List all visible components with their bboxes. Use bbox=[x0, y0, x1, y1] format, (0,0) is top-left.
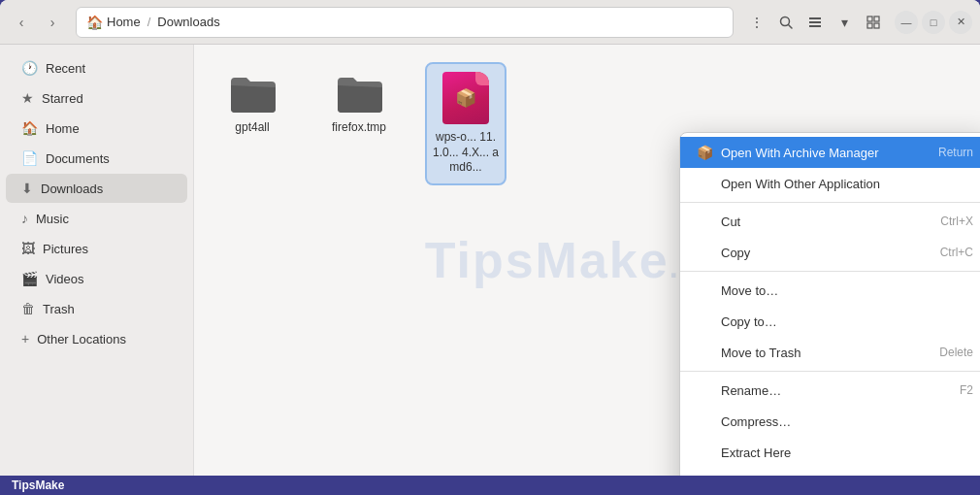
ctx-label-cut: Cut bbox=[721, 214, 740, 229]
titlebar-right: ⋮ ▾ bbox=[743, 9, 972, 36]
ctx-extract[interactable]: Extract Here bbox=[680, 437, 980, 468]
ctx-send-to[interactable]: Send to… bbox=[680, 468, 980, 476]
move-to-icon bbox=[696, 281, 713, 299]
ctx-shortcut-copy: Ctrl+C bbox=[940, 246, 973, 259]
cut-icon bbox=[696, 213, 713, 230]
sidebar-item-downloads[interactable]: ⬇ Downloads bbox=[6, 174, 187, 203]
other-locations-icon: + bbox=[21, 331, 29, 346]
search-icon bbox=[779, 16, 793, 29]
address-bar[interactable]: 🏠 Home / Downloads bbox=[76, 7, 734, 38]
ctx-shortcut-cut: Ctrl+X bbox=[940, 214, 973, 228]
sidebar-item-videos[interactable]: 🎬 Videos bbox=[6, 264, 187, 293]
sidebar-label-other-locations: Other Locations bbox=[37, 332, 126, 346]
ctx-label-copy-to: Copy to… bbox=[721, 314, 777, 329]
sidebar-label-videos: Videos bbox=[46, 272, 84, 286]
sidebar-label-starred: Starred bbox=[42, 91, 83, 106]
sidebar-item-home[interactable]: 🏠 Home bbox=[6, 114, 187, 143]
menu-button[interactable]: ⋮ bbox=[743, 9, 770, 36]
svg-rect-8 bbox=[874, 23, 879, 28]
documents-icon: 📄 bbox=[21, 150, 38, 166]
view-icon bbox=[808, 16, 822, 29]
search-button[interactable] bbox=[772, 9, 800, 36]
ctx-rename[interactable]: Rename… F2 bbox=[680, 375, 980, 406]
ctx-move-to[interactable]: Move to… bbox=[680, 275, 980, 306]
bottom-bar-label: TipsMake bbox=[12, 478, 64, 492]
sidebar-item-pictures[interactable]: 🖼 Pictures bbox=[6, 234, 187, 263]
ctx-open-archive[interactable]: 📦 Open With Archive Manager Return bbox=[680, 137, 980, 168]
starred-icon: ★ bbox=[21, 90, 34, 106]
recent-icon: 🕐 bbox=[21, 60, 38, 76]
compress-icon bbox=[696, 412, 713, 430]
sidebar-item-other-locations[interactable]: + Other Locations bbox=[6, 324, 187, 353]
send-to-icon bbox=[696, 475, 713, 476]
svg-rect-7 bbox=[867, 23, 872, 28]
ctx-open-other[interactable]: Open With Other Application bbox=[680, 168, 980, 199]
sidebar-item-recent[interactable]: 🕐 Recent bbox=[6, 53, 187, 82]
context-menu: 📦 Open With Archive Manager Return Open … bbox=[679, 132, 980, 476]
file-item-wps[interactable]: 📦 wps-o... 11.1.0... 4.X... amd6... bbox=[427, 64, 505, 183]
wps-deb-icon: 📦 bbox=[442, 72, 489, 124]
ctx-copy-to[interactable]: Copy to… bbox=[680, 306, 980, 337]
sidebar-item-documents[interactable]: 📄 Documents bbox=[6, 144, 187, 173]
file-label-firefox: firefox.tmp bbox=[332, 120, 386, 136]
sidebar-label-downloads: Downloads bbox=[41, 182, 103, 196]
bottom-bar: TipsMake bbox=[0, 476, 980, 495]
ctx-label-open-other: Open With Other Application bbox=[721, 177, 880, 191]
sidebar-item-starred[interactable]: ★ Starred bbox=[6, 83, 187, 113]
ctx-label-copy: Copy bbox=[721, 246, 750, 260]
sidebar-label-trash: Trash bbox=[43, 302, 75, 316]
home-nav-icon: 🏠 bbox=[21, 120, 38, 136]
ctx-label-move-trash: Move to Trash bbox=[721, 346, 800, 360]
file-label-wps: wps-o... 11.1.0... 4.X... amd6... bbox=[431, 130, 501, 176]
minimize-button[interactable]: — bbox=[895, 11, 918, 34]
downloads-icon: ⬇ bbox=[21, 181, 33, 196]
address-separator: / bbox=[147, 15, 151, 29]
watermark-text: TipsMake bbox=[425, 232, 670, 288]
extract-icon bbox=[696, 444, 713, 461]
rename-icon bbox=[696, 381, 713, 399]
titlebar: ‹ › 🏠 Home / Downloads ⋮ bbox=[0, 0, 980, 45]
ctx-label-rename: Rename… bbox=[721, 383, 781, 398]
close-button[interactable]: ✕ bbox=[949, 11, 972, 34]
sidebar-label-documents: Documents bbox=[46, 151, 110, 166]
ctx-label-move-to: Move to… bbox=[721, 283, 778, 298]
ctx-move-trash[interactable]: Move to Trash Delete bbox=[680, 337, 980, 368]
svg-rect-5 bbox=[867, 16, 872, 21]
sidebar-label-pictures: Pictures bbox=[43, 242, 88, 256]
forward-button[interactable]: › bbox=[39, 9, 66, 36]
ctx-copy[interactable]: Copy Ctrl+C bbox=[680, 237, 980, 268]
archive-icon: 📦 bbox=[696, 144, 713, 161]
trash-icon: 🗑 bbox=[21, 301, 35, 316]
file-item-firefox[interactable]: firefox.tmp bbox=[320, 64, 398, 144]
view-toggle-button[interactable]: ▾ bbox=[831, 9, 858, 36]
ctx-shortcut-rename: F2 bbox=[960, 383, 973, 397]
grid-icon bbox=[866, 16, 880, 29]
sidebar-label-home: Home bbox=[46, 121, 80, 136]
svg-rect-2 bbox=[809, 17, 821, 19]
svg-rect-3 bbox=[809, 21, 821, 23]
open-other-icon bbox=[696, 175, 713, 192]
ctx-separator-2 bbox=[680, 271, 980, 272]
ctx-shortcut-open-archive: Return bbox=[938, 146, 973, 159]
main-area: 🕐 Recent ★ Starred 🏠 Home 📄 Documents ⬇ … bbox=[0, 45, 980, 476]
view-list-button[interactable] bbox=[801, 9, 829, 36]
address-current-folder: Downloads bbox=[157, 15, 219, 29]
ctx-compress[interactable]: Compress… bbox=[680, 406, 980, 437]
file-content-area: TipsMake.com gpt4all bbox=[194, 45, 980, 476]
maximize-button[interactable]: □ bbox=[922, 11, 945, 34]
grid-view-button[interactable] bbox=[860, 9, 887, 36]
sidebar-item-trash[interactable]: 🗑 Trash bbox=[6, 294, 187, 323]
ctx-separator-3 bbox=[680, 371, 980, 372]
svg-line-1 bbox=[789, 24, 793, 28]
sidebar-label-music: Music bbox=[36, 212, 69, 226]
ctx-label-extract: Extract Here bbox=[721, 446, 791, 460]
copy-icon bbox=[696, 244, 713, 261]
back-button[interactable]: ‹ bbox=[8, 9, 35, 36]
videos-icon: 🎬 bbox=[21, 271, 38, 286]
address-home-label: Home bbox=[107, 15, 141, 29]
sidebar-item-music[interactable]: ♪ Music bbox=[6, 204, 187, 233]
file-manager-window: ‹ › 🏠 Home / Downloads ⋮ bbox=[0, 0, 980, 476]
ctx-cut[interactable]: Cut Ctrl+X bbox=[680, 206, 980, 237]
file-item-gpt4all[interactable]: gpt4all bbox=[213, 64, 291, 144]
music-icon: ♪ bbox=[21, 211, 28, 226]
